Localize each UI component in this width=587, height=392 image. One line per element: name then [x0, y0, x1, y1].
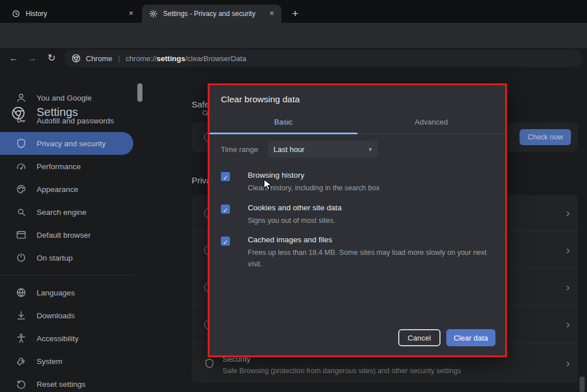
tab-title: History	[26, 10, 126, 18]
chrome-logo-icon	[71, 53, 81, 63]
url-host: settings	[157, 54, 185, 63]
time-range-label: Time range	[221, 145, 268, 154]
address-bar[interactable]: Chrome | chrome:// settings /clearBrowse…	[64, 50, 582, 67]
time-range-row: Time range Last hour ▾	[221, 141, 378, 158]
browser-toolbar: ← → ↻ Chrome | chrome:// settings /clear…	[0, 23, 587, 48]
time-range-value: Last hour	[273, 145, 304, 154]
caret-down-icon: ▾	[368, 146, 372, 153]
gear-icon	[149, 9, 158, 18]
tab-basic[interactable]: Basic	[209, 110, 358, 134]
url-separator: |	[118, 54, 120, 63]
tab-settings[interactable]: Settings - Privacy and security ×	[142, 5, 281, 23]
tab-history[interactable]: History ×	[5, 5, 141, 23]
url-scheme: chrome://	[126, 54, 157, 63]
history-icon	[11, 9, 21, 18]
time-range-select[interactable]: Last hour ▾	[268, 141, 378, 158]
checkbox-title: Browsing history	[248, 171, 379, 179]
check-icon: ✓	[223, 239, 228, 246]
browsing-history-row: ✓ Browsing history Clears history, inclu…	[221, 171, 494, 194]
dialog-actions: Cancel Clear data	[398, 329, 495, 346]
tab-advanced[interactable]: Advanced	[358, 110, 506, 134]
check-icon: ✓	[223, 207, 228, 214]
cookies-row: ✓ Cookies and other site data Signs you …	[221, 203, 494, 226]
checkbox-subtitle: Signs you out of most sites.	[248, 215, 342, 226]
reload-button[interactable]: ↻	[45, 51, 58, 65]
mouse-cursor	[263, 179, 273, 191]
dialog-tabs: Basic Advanced	[209, 110, 505, 134]
forward-button[interactable]: →	[25, 51, 39, 65]
checkbox-title: Cookies and other site data	[248, 203, 342, 212]
close-icon[interactable]: ×	[126, 9, 136, 19]
checkbox-subtitle: Frees up less than 18.4 MB. Some sites m…	[248, 247, 494, 270]
dialog-title: Clear browsing data	[221, 94, 300, 105]
url-path: /clearBrowserData	[185, 54, 247, 63]
back-button[interactable]: ←	[7, 51, 21, 65]
cached-images-row: ✓ Cached images and files Frees up less …	[221, 235, 494, 270]
clear-data-button[interactable]: Clear data	[446, 329, 495, 346]
browsing-history-checkbox[interactable]: ✓	[221, 172, 230, 181]
clear-browsing-data-dialog: Clear browsing data Basic Advanced Time …	[208, 83, 507, 357]
browser-window: History × Settings - Privacy and securit…	[0, 0, 587, 392]
cancel-button[interactable]: Cancel	[398, 329, 441, 346]
checkbox-title: Cached images and files	[248, 235, 494, 244]
close-icon[interactable]: ×	[267, 9, 277, 19]
cached-images-checkbox[interactable]: ✓	[221, 237, 230, 246]
cookies-checkbox[interactable]: ✓	[221, 205, 230, 214]
tab-title: Settings - Privacy and security	[163, 10, 267, 18]
site-label: Chrome	[86, 54, 112, 63]
check-icon: ✓	[223, 174, 228, 181]
tab-strip: History × Settings - Privacy and securit…	[0, 0, 587, 23]
new-tab-button[interactable]: +	[288, 7, 303, 22]
